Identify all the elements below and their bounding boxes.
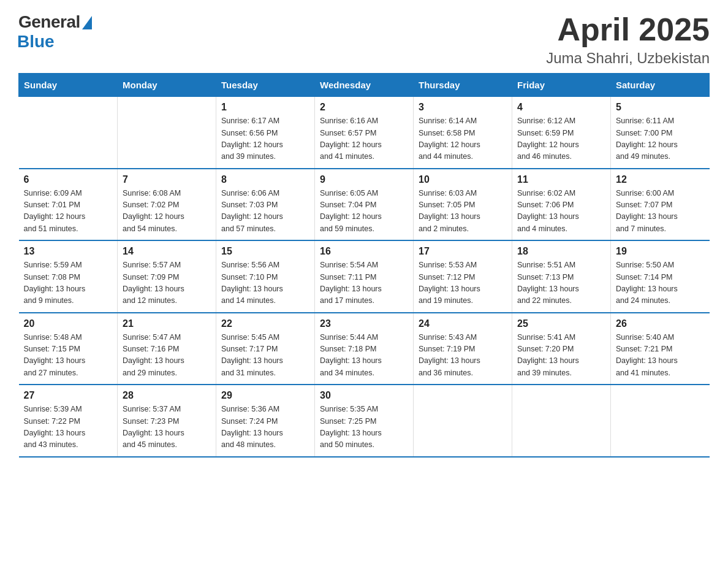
day-info: Sunrise: 6:05 AM Sunset: 7:04 PM Dayligh… (320, 188, 408, 236)
day-cell: 5Sunrise: 6:11 AM Sunset: 7:00 PM Daylig… (611, 97, 710, 169)
location-title: Juma Shahri, Uzbekistan (546, 50, 710, 67)
day-number: 1 (221, 102, 309, 113)
day-info: Sunrise: 5:44 AM Sunset: 7:18 PM Dayligh… (320, 332, 408, 380)
day-info: Sunrise: 5:45 AM Sunset: 7:17 PM Dayligh… (221, 332, 309, 380)
header-cell-friday: Friday (512, 74, 611, 97)
day-cell: 23Sunrise: 5:44 AM Sunset: 7:18 PM Dayli… (315, 313, 414, 385)
day-number: 13 (24, 246, 113, 257)
header-row: SundayMondayTuesdayWednesdayThursdayFrid… (19, 74, 710, 97)
day-number: 21 (123, 318, 211, 329)
day-cell: 13Sunrise: 5:59 AM Sunset: 7:08 PM Dayli… (19, 240, 118, 313)
day-cell: 14Sunrise: 5:57 AM Sunset: 7:09 PM Dayli… (118, 240, 216, 313)
day-info: Sunrise: 6:03 AM Sunset: 7:05 PM Dayligh… (419, 188, 507, 236)
day-info: Sunrise: 5:57 AM Sunset: 7:09 PM Dayligh… (123, 259, 211, 307)
day-cell (19, 97, 118, 169)
day-number: 28 (123, 390, 211, 401)
day-info: Sunrise: 5:56 AM Sunset: 7:10 PM Dayligh… (221, 259, 309, 307)
day-info: Sunrise: 5:40 AM Sunset: 7:21 PM Dayligh… (616, 332, 705, 380)
day-info: Sunrise: 5:48 AM Sunset: 7:15 PM Dayligh… (24, 332, 113, 380)
header-cell-wednesday: Wednesday (315, 74, 414, 97)
day-cell (611, 385, 710, 457)
day-cell: 19Sunrise: 5:50 AM Sunset: 7:14 PM Dayli… (611, 240, 710, 313)
logo-general-text: General (18, 12, 80, 32)
day-info: Sunrise: 6:02 AM Sunset: 7:06 PM Dayligh… (517, 188, 605, 236)
day-info: Sunrise: 5:47 AM Sunset: 7:16 PM Dayligh… (123, 332, 211, 380)
day-number: 14 (123, 246, 211, 257)
day-info: Sunrise: 6:12 AM Sunset: 6:59 PM Dayligh… (517, 115, 605, 163)
day-cell: 20Sunrise: 5:48 AM Sunset: 7:15 PM Dayli… (19, 313, 118, 385)
day-info: Sunrise: 5:54 AM Sunset: 7:11 PM Dayligh… (320, 259, 408, 307)
day-cell: 11Sunrise: 6:02 AM Sunset: 7:06 PM Dayli… (512, 169, 611, 241)
day-number: 29 (221, 390, 309, 401)
day-cell: 6Sunrise: 6:09 AM Sunset: 7:01 PM Daylig… (19, 169, 118, 241)
day-number: 26 (616, 318, 705, 329)
day-number: 5 (616, 102, 705, 113)
day-cell: 24Sunrise: 5:43 AM Sunset: 7:19 PM Dayli… (414, 313, 512, 385)
day-cell (414, 385, 512, 457)
day-number: 20 (24, 318, 113, 329)
day-number: 7 (123, 174, 211, 185)
day-info: Sunrise: 5:39 AM Sunset: 7:22 PM Dayligh… (24, 404, 113, 451)
day-info: Sunrise: 5:50 AM Sunset: 7:14 PM Dayligh… (616, 259, 705, 307)
day-info: Sunrise: 6:00 AM Sunset: 7:07 PM Dayligh… (616, 188, 705, 236)
day-cell: 3Sunrise: 6:14 AM Sunset: 6:58 PM Daylig… (414, 97, 512, 169)
day-cell (512, 385, 611, 457)
day-info: Sunrise: 5:36 AM Sunset: 7:24 PM Dayligh… (221, 404, 309, 451)
day-number: 19 (616, 246, 705, 257)
day-info: Sunrise: 6:08 AM Sunset: 7:02 PM Dayligh… (123, 188, 211, 236)
day-cell: 26Sunrise: 5:40 AM Sunset: 7:21 PM Dayli… (611, 313, 710, 385)
day-info: Sunrise: 5:43 AM Sunset: 7:19 PM Dayligh… (419, 332, 507, 380)
day-cell: 2Sunrise: 6:16 AM Sunset: 6:57 PM Daylig… (315, 97, 414, 169)
day-number: 12 (616, 174, 705, 185)
day-info: Sunrise: 5:51 AM Sunset: 7:13 PM Dayligh… (517, 259, 605, 307)
day-info: Sunrise: 5:53 AM Sunset: 7:12 PM Dayligh… (419, 259, 507, 307)
day-info: Sunrise: 6:14 AM Sunset: 6:58 PM Dayligh… (419, 115, 507, 163)
logo-blue-text: Blue (17, 32, 55, 52)
day-info: Sunrise: 6:09 AM Sunset: 7:01 PM Dayligh… (24, 188, 113, 236)
day-info: Sunrise: 6:06 AM Sunset: 7:03 PM Dayligh… (221, 188, 309, 236)
day-info: Sunrise: 5:37 AM Sunset: 7:23 PM Dayligh… (123, 404, 211, 451)
day-cell (118, 97, 216, 169)
day-cell: 12Sunrise: 6:00 AM Sunset: 7:07 PM Dayli… (611, 169, 710, 241)
week-row-4: 20Sunrise: 5:48 AM Sunset: 7:15 PM Dayli… (19, 313, 710, 385)
day-cell: 21Sunrise: 5:47 AM Sunset: 7:16 PM Dayli… (118, 313, 216, 385)
logo: General Blue (18, 12, 92, 52)
calendar-table: SundayMondayTuesdayWednesdayThursdayFrid… (18, 73, 710, 458)
day-number: 4 (517, 102, 605, 113)
day-info: Sunrise: 5:59 AM Sunset: 7:08 PM Dayligh… (24, 259, 113, 307)
day-number: 22 (221, 318, 309, 329)
logo-triangle-icon (82, 16, 92, 29)
day-cell: 10Sunrise: 6:03 AM Sunset: 7:05 PM Dayli… (414, 169, 512, 241)
day-number: 16 (320, 246, 408, 257)
day-cell: 8Sunrise: 6:06 AM Sunset: 7:03 PM Daylig… (216, 169, 315, 241)
day-cell: 29Sunrise: 5:36 AM Sunset: 7:24 PM Dayli… (216, 385, 315, 457)
day-number: 8 (221, 174, 309, 185)
day-number: 23 (320, 318, 408, 329)
day-info: Sunrise: 6:11 AM Sunset: 7:00 PM Dayligh… (616, 115, 705, 163)
day-number: 6 (24, 174, 113, 185)
day-number: 10 (419, 174, 507, 185)
header-cell-tuesday: Tuesday (216, 74, 315, 97)
day-info: Sunrise: 6:16 AM Sunset: 6:57 PM Dayligh… (320, 115, 408, 163)
day-info: Sunrise: 6:17 AM Sunset: 6:56 PM Dayligh… (221, 115, 309, 163)
day-info: Sunrise: 5:41 AM Sunset: 7:20 PM Dayligh… (517, 332, 605, 380)
day-cell: 17Sunrise: 5:53 AM Sunset: 7:12 PM Dayli… (414, 240, 512, 313)
header-cell-saturday: Saturday (611, 74, 710, 97)
day-cell: 9Sunrise: 6:05 AM Sunset: 7:04 PM Daylig… (315, 169, 414, 241)
day-cell: 4Sunrise: 6:12 AM Sunset: 6:59 PM Daylig… (512, 97, 611, 169)
week-row-5: 27Sunrise: 5:39 AM Sunset: 7:22 PM Dayli… (19, 385, 710, 457)
month-title: April 2025 (546, 12, 710, 47)
page-header: General Blue April 2025 Juma Shahri, Uzb… (18, 12, 710, 67)
day-info: Sunrise: 5:35 AM Sunset: 7:25 PM Dayligh… (320, 404, 408, 451)
week-row-2: 6Sunrise: 6:09 AM Sunset: 7:01 PM Daylig… (19, 169, 710, 241)
day-cell: 7Sunrise: 6:08 AM Sunset: 7:02 PM Daylig… (118, 169, 216, 241)
day-number: 15 (221, 246, 309, 257)
day-number: 18 (517, 246, 605, 257)
day-number: 9 (320, 174, 408, 185)
day-cell: 1Sunrise: 6:17 AM Sunset: 6:56 PM Daylig… (216, 97, 315, 169)
week-row-1: 1Sunrise: 6:17 AM Sunset: 6:56 PM Daylig… (19, 97, 710, 169)
day-cell: 28Sunrise: 5:37 AM Sunset: 7:23 PM Dayli… (118, 385, 216, 457)
day-number: 17 (419, 246, 507, 257)
week-row-3: 13Sunrise: 5:59 AM Sunset: 7:08 PM Dayli… (19, 240, 710, 313)
day-number: 25 (517, 318, 605, 329)
